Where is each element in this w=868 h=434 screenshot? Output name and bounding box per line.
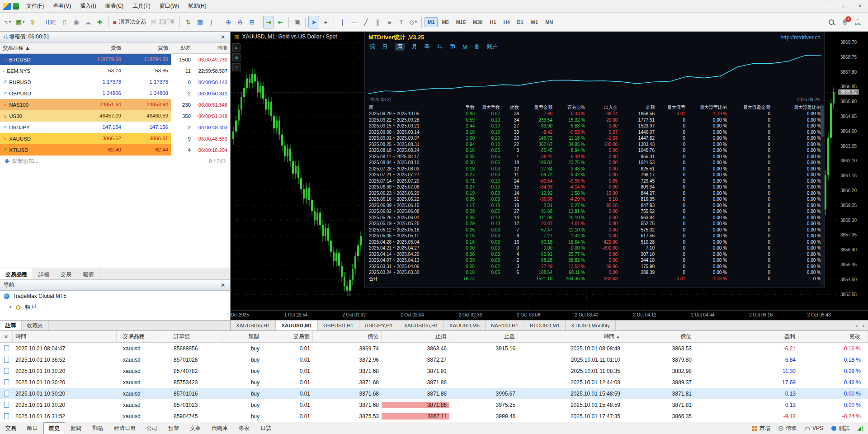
chart-tab-6[interactable]: NAS100,H1 (486, 321, 524, 330)
stats-period-2[interactable]: 周 (395, 43, 405, 51)
history-row-85701016[interactable]: 2025.10.01 10:30:20xauusd85701016buy0.01… (0, 388, 868, 399)
market-watch-row-btcusd[interactable]: ↘BTCUSD118779.50118794.50150006:00:49.73… (0, 54, 230, 65)
toolbox-tab-3[interactable]: 新聞 (65, 422, 87, 434)
close-panel-icon[interactable]: ✕ (0, 331, 13, 342)
history-column-7[interactable]: 止盈 (449, 331, 518, 342)
stats-period-9[interactable]: 账户 (487, 43, 498, 51)
search-icon[interactable] (828, 19, 835, 26)
minimize-button[interactable]: — (819, 0, 835, 12)
vertical-line-icon[interactable]: | (337, 16, 348, 28)
stats-week-row[interactable]: 2025.04.14 ~ 2025.04.200.060.03462.9225.… (368, 251, 822, 258)
market-watch-add-row[interactable]: ✚ 點擊添加... 9 / 243 (0, 156, 230, 167)
timeframe-mn[interactable]: MN (542, 17, 556, 27)
history-column-4[interactable]: 交易量 (262, 331, 313, 342)
market-watch-tab-2[interactable]: 交易 (55, 268, 77, 279)
stats-total-row[interactable]: 合计16.741521.18264.46 %362.63-3.81-1.73 %… (368, 276, 822, 282)
new-order-button[interactable]: ▤新訂單 (149, 16, 177, 28)
one-click-trading-toggle[interactable]: ▸ (232, 43, 241, 52)
stats-week-row[interactable]: 2025.08.04 ~ 2025.08.100.350.0518196.022… (368, 160, 822, 166)
stats-week-row[interactable]: 2025.09.22 ~ 2025.09.280.590.1034233.541… (368, 117, 822, 123)
menu-item-3[interactable]: 圖表(C) (101, 0, 128, 13)
history-row-85701028[interactable]: 2025.10.01 10:36:52xauusd85701028buy0.01… (0, 354, 868, 365)
broadcast-icon[interactable]: ◉ (71, 16, 82, 28)
tester-status[interactable]: 測試 (831, 425, 849, 432)
stats-week-row[interactable]: 2025.03.24 ~ 2025.03.300.180.056108.6460… (368, 269, 822, 276)
zoom-in-icon[interactable]: ⊕ (223, 16, 234, 28)
history-column-6[interactable]: 止損 (382, 331, 449, 342)
chart-tab-2[interactable]: GBPUSD,H1 (318, 321, 359, 330)
stats-week-row[interactable]: 2025.08.25 ~ 2025.08.310.940.1022362.673… (368, 142, 822, 148)
market-watch-row-eurusd[interactable]: ↗EURUSD1.173731.17373006:00:50.143 (0, 76, 230, 88)
auto-scroll-icon[interactable]: ⇥ (263, 16, 274, 28)
history-row-85701023[interactable]: 2025.10.01 10:30:20xauusd85701023buy0.01… (0, 399, 868, 410)
timeframe-h1[interactable]: H1 (486, 17, 499, 27)
stats-scrollbar-thumb[interactable] (821, 105, 824, 137)
timeframe-m5[interactable]: M5 (439, 17, 452, 27)
stats-period-1[interactable]: 日 (382, 43, 387, 51)
navigator-tab-0[interactable]: 註釋 (0, 321, 22, 330)
indicator-widget-icon[interactable]: ≋ (232, 53, 241, 61)
menu-item-0[interactable]: 文件(F) (22, 0, 48, 13)
chart-tab-1[interactable]: XAUUSD,M1 (276, 321, 318, 330)
market-watch-row-usdjpy[interactable]: ↗USDJPY147.154147.156206:00:48.403 (0, 122, 230, 133)
stats-week-row[interactable]: 2025.05.19 ~ 2025.05.250.290.1012-23.07-… (368, 221, 822, 227)
market-watch-tab-3[interactable]: 報價 (77, 268, 99, 279)
market-watch-row-eem.nys[interactable]: ●EEM.NYS53.7453.851122:59:58.507 (0, 65, 230, 76)
stats-week-row[interactable]: 2025.03.31 ~ 2025.04.060.050.023-27.49-1… (368, 264, 822, 270)
stats-week-row[interactable]: 2025.05.05 ~ 2025.05.110.150.0397.271.42… (368, 233, 822, 239)
stats-week-row[interactable]: 2025.06.02 ~ 2025.06.080.290.022791.6813… (368, 208, 822, 215)
stats-week-row[interactable]: 2025.09.01 ~ 2025.09.071.600.1020145.721… (368, 135, 822, 142)
toolbox-tab-8[interactable]: 文章 (184, 422, 206, 434)
text-icon[interactable]: T (396, 16, 406, 28)
scroll-left-icon[interactable]: ‹ (856, 322, 858, 329)
market-watch-row-us30[interactable]: ↘US3046457.0946460.5935006:00:51.348 (0, 110, 230, 122)
history-column-11[interactable]: 更改 (798, 331, 868, 342)
chart-tab-0[interactable]: XAUUSDm,H1 (231, 321, 276, 330)
ide-icon[interactable]: IDE (44, 16, 58, 28)
close-market-watch-icon[interactable]: ✕ (219, 34, 226, 40)
toolbox-tab-9[interactable]: 代碼庫 (206, 422, 233, 434)
stats-week-row[interactable]: 2025.06.16 ~ 2025.06.220.950.0331-36.68-… (368, 196, 822, 203)
chart-tab-7[interactable]: BTCUSD,M1 (524, 321, 566, 330)
history-column-10[interactable]: 盈利 (694, 331, 798, 342)
timeframe-m1[interactable]: M1 (425, 17, 438, 27)
toolbox-tab-10[interactable]: 專家 (233, 422, 255, 434)
history-row-85688956[interactable]: 2025.10.01 08:04:47xauusd85688956buy0.01… (0, 343, 868, 354)
stats-week-row[interactable]: 2025.09.15 ~ 2025.09.212.440.102783.905.… (368, 123, 822, 129)
screenshot-icon[interactable]: ▣ (292, 16, 302, 28)
toolbox-tab-2[interactable]: 歷史 (43, 422, 65, 434)
stats-period-5[interactable]: 年 (437, 43, 443, 51)
close-button[interactable]: ✕ (852, 0, 868, 12)
timeframe-m30[interactable]: M30 (470, 17, 486, 27)
chart-tab-4[interactable]: XAUUSDm,H1 (398, 321, 443, 330)
chart-profile-icon[interactable]: ▦▾ (14, 16, 26, 28)
history-column-header[interactable]: ✕時間交易品種訂單號類型交易量價位止損止盈時間▲價位盈利更改 (0, 331, 868, 343)
cloud-icon[interactable]: ☁ (83, 16, 94, 28)
history-column-9[interactable]: 價位 (623, 331, 694, 342)
time-axis[interactable]: 1 Oct 20251 Oct 23:542 Oct 01:322 Oct 02… (231, 310, 868, 320)
vps-status[interactable]: VPS (805, 425, 823, 431)
market-watch-row-xauusd[interactable]: ↘XAUUSD3866.523866.61906:00:48.553 (0, 133, 230, 144)
menu-item-1[interactable]: 查看(V) (48, 0, 75, 13)
stats-week-row[interactable]: 2025.07.28 ~ 2025.08.030.180.031227.343.… (368, 166, 822, 172)
chart-tab-5[interactable]: XAUUSD,M5 (444, 321, 486, 330)
deposit-icon[interactable]: $ (27, 16, 38, 28)
objects-icon[interactable]: ◇▾ (407, 16, 419, 28)
fibonacci-icon[interactable]: ≡ (384, 16, 395, 28)
stats-week-row[interactable]: 2025.07.21 ~ 2025.07.270.270.031168.729.… (368, 172, 822, 178)
maximize-button[interactable]: □ (835, 0, 852, 12)
notifications-icon[interactable]: 1 (841, 19, 849, 26)
timeframe-d1[interactable]: D1 (514, 17, 527, 27)
stats-week-row[interactable]: 2025.08.11 ~ 2025.08.170.050.051-66.22-6… (368, 154, 822, 160)
zoom-out-icon[interactable]: ⊖ (235, 16, 245, 28)
signals-status[interactable]: 信號 (778, 425, 797, 432)
stats-url-link[interactable]: http://mtdriver.cn (780, 34, 821, 41)
close-navigator-icon[interactable]: ✕ (219, 282, 226, 288)
add-account-icon[interactable]: ✚ (94, 16, 105, 28)
stats-week-row[interactable]: 2025.04.28 ~ 2025.05.040.160.031680.1818… (368, 239, 822, 245)
mql5-icon[interactable]: ƒ (206, 16, 217, 28)
history-column-1[interactable]: 交易品種 (117, 331, 167, 342)
stats-period-0[interactable]: 综 (369, 43, 375, 51)
stats-scrollbar[interactable] (821, 104, 824, 285)
stats-week-row[interactable]: 2025.04.07 ~ 2025.04.130.090.03268.2838.… (368, 257, 822, 264)
